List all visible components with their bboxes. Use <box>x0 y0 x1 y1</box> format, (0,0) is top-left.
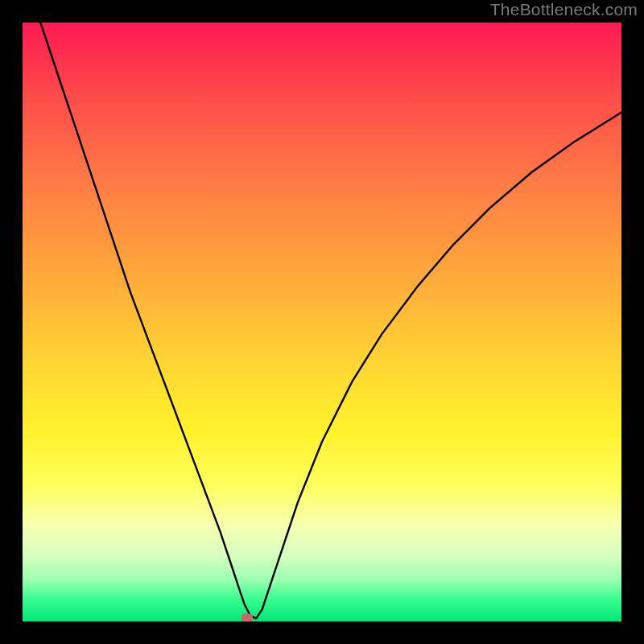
bottleneck-curve <box>40 23 621 618</box>
plot-area <box>23 23 621 621</box>
optimum-marker <box>242 613 253 621</box>
curve-layer <box>23 23 621 621</box>
watermark-text: TheBottleneck.com <box>490 0 638 19</box>
chart-frame: TheBottleneck.com <box>0 0 644 644</box>
